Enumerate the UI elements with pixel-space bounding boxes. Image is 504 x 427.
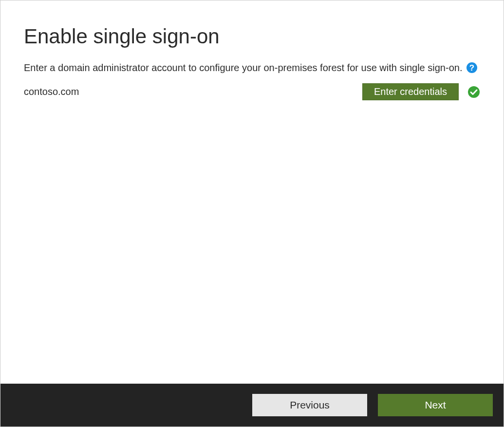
enter-credentials-button[interactable]: Enter credentials: [362, 83, 459, 100]
domain-row: contoso.com Enter credentials: [24, 83, 480, 100]
svg-text:?: ?: [469, 63, 474, 73]
domain-name-text: contoso.com: [24, 86, 79, 97]
next-button[interactable]: Next: [378, 394, 493, 416]
instruction-text: Enter a domain administrator account to …: [24, 62, 462, 74]
previous-button[interactable]: Previous: [252, 394, 367, 416]
checkmark-icon: [467, 86, 480, 98]
help-icon[interactable]: ?: [466, 62, 478, 74]
content-area: Enable single sign-on Enter a domain adm…: [0, 0, 504, 384]
footer-bar: Previous Next: [0, 384, 504, 427]
svg-point-2: [468, 86, 480, 98]
page-title: Enable single sign-on: [24, 25, 480, 48]
instruction-row: Enter a domain administrator account to …: [24, 62, 480, 74]
